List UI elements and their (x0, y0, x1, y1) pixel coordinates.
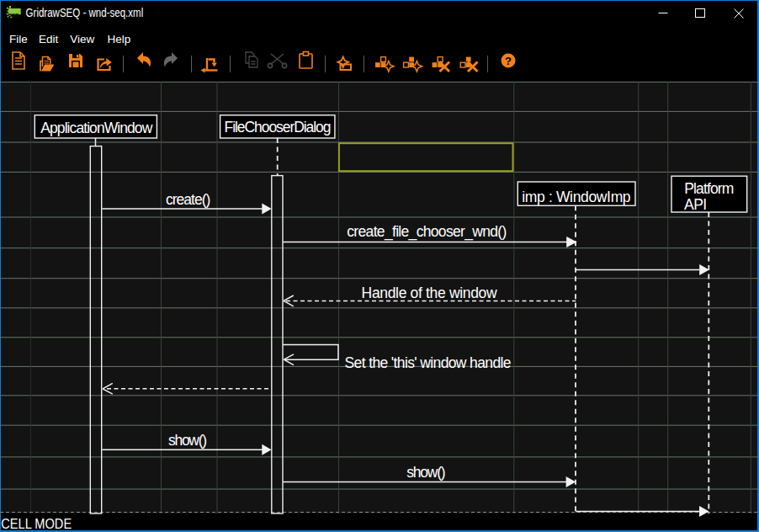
svg-text:Handle of the window: Handle of the window (362, 285, 497, 301)
svg-text:API: API (684, 196, 707, 213)
svg-text:show(): show() (406, 464, 445, 481)
svg-text:CELL MODE: CELL MODE (1, 516, 72, 532)
svg-text:Platform: Platform (684, 180, 734, 197)
svg-text:FileChooserDialog: FileChooserDialog (225, 119, 332, 136)
svg-text:Help: Help (108, 33, 131, 45)
svg-text:File: File (9, 33, 28, 45)
svg-text:show(): show() (168, 432, 207, 449)
svg-text:ApplicationWindow: ApplicationWindow (40, 120, 152, 136)
svg-text:Edit: Edit (39, 33, 59, 45)
svg-text:create_file_chooser_wnd(): create_file_chooser_wnd() (347, 223, 507, 241)
svg-text:GridrawSEQ - wnd-seq.xml: GridrawSEQ - wnd-seq.xml (26, 6, 144, 19)
svg-text:create(): create() (166, 191, 210, 208)
svg-text:imp : WindowImp: imp : WindowImp (522, 189, 630, 205)
svg-text:View: View (70, 33, 94, 45)
svg-text:?: ? (505, 55, 512, 67)
svg-text:Set the 'this' window handle: Set the 'this' window handle (345, 354, 512, 371)
